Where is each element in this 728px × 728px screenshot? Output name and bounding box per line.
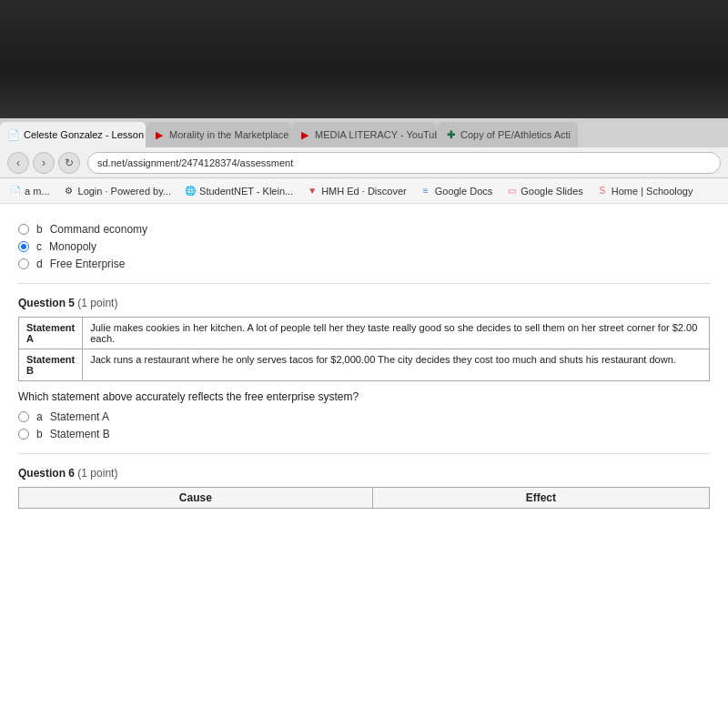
question-5-section: Question 5 (1 point) Statement A Julie m… [18,297,710,440]
answer-text-c: Monopoly [49,240,96,253]
bookmark-label-hmh: HMH Ed · Discover [321,186,407,197]
q5-answer-text-b: Statement B [50,428,110,440]
cause-header: Cause [19,488,373,509]
bookmark-gslides[interactable]: ▭ Google Slides [501,183,587,199]
tab-label-1: Celeste Gonzalez - Lesson 3 - 4: [24,129,146,140]
bookmark-icon-am: 📄 [9,185,22,197]
letter-b: b [36,223,43,236]
bookmark-am[interactable]: 📄 a m... [5,183,54,199]
bookmark-hmh[interactable]: ▼ HMH Ed · Discover [302,183,410,199]
divider-1 [18,283,710,284]
bookmark-icon-schoology: S [596,185,609,197]
question-5-title: Question 5 (1 point) [18,297,710,309]
refresh-button[interactable]: ↻ [58,152,80,174]
q5-answer-text-a: Statement A [50,410,109,423]
tab-icon-2: ▶ [153,128,166,141]
cause-effect-table: Cause Effect [18,487,710,509]
bookmark-icon-login: ⚙ [63,185,76,197]
bookmark-icon-gslides: ▭ [505,185,518,197]
q5-answer-a: a Statement A [18,410,710,423]
radio-b[interactable] [18,224,29,235]
question-6-section: Question 6 (1 point) Cause Effect [18,467,710,509]
letter-c: c [36,240,42,253]
tab-label-4: Copy of PE/Athletics Acti [460,129,571,140]
radio-c[interactable] [18,241,29,252]
q5-question-text: Which statement above accurately reflect… [18,390,710,403]
browser-window: 📄 Celeste Gonzalez - Lesson 3 - 4: ✕ ▶ M… [0,118,728,728]
bookmark-icon-studentnet: 🌐 [184,185,197,197]
bookmark-icon-gdocs: ≡ [420,185,432,197]
tab-4[interactable]: ✚ Copy of PE/Athletics Acti [437,122,578,147]
bookmark-icon-hmh: ▼ [306,185,318,197]
laptop-bezel [0,0,728,118]
divider-2 [18,453,710,454]
q5-radio-a[interactable] [18,411,29,422]
bookmark-login[interactable]: ⚙ Login · Powered by... [59,183,176,199]
address-bar-row: ‹ › ↻ sd.net/assignment/2474128374/asses… [0,147,728,178]
statement-a-text: Julie makes cookies in her kitchen. A lo… [83,318,710,349]
statement-b-label: Statement B [19,349,83,381]
tab-2[interactable]: ▶ Morality in the Marketplace - Et ✕ [146,122,291,147]
bookmark-gdocs[interactable]: ≡ Google Docs [416,183,497,199]
bookmark-label-gdocs: Google Docs [435,186,493,197]
answer-d: d Free Enterprise [18,258,710,270]
answer-text-b: Command economy [50,223,147,236]
tab-label-3: MEDIA LITERACY - YouTube [315,129,437,140]
answer-b: b Command economy [18,223,710,236]
answer-c: c Monopoly [18,240,710,253]
bookmark-label-studentnet: StudentNET - Klein... [199,186,293,197]
address-bar[interactable]: sd.net/assignment/2474128374/assessment [87,152,721,174]
bookmark-label-gslides: Google Slides [521,186,583,197]
effect-header: Effect [372,488,709,509]
q5-letter-b: b [36,428,43,440]
q5-answer-b: b Statement B [18,428,710,440]
statement-b-text: Jack runs a restaurant where he only ser… [83,349,710,381]
nav-buttons: ‹ › ↻ [7,152,80,174]
tab-icon-4: ✚ [444,128,457,141]
tab-label-2: Morality in the Marketplace - Et [169,129,291,140]
cause-effect-header: Cause Effect [19,488,710,509]
tab-icon-3: ▶ [298,128,311,141]
tab-active[interactable]: 📄 Celeste Gonzalez - Lesson 3 - 4: ✕ [0,122,146,147]
tab-bar: 📄 Celeste Gonzalez - Lesson 3 - 4: ✕ ▶ M… [0,118,728,147]
forward-button[interactable]: › [33,152,55,174]
previous-question-answers: b Command economy c Monopoly d Free Ente… [18,223,710,270]
tab-3[interactable]: ▶ MEDIA LITERACY - YouTube ✕ [291,122,437,147]
page-content: b Command economy c Monopoly d Free Ente… [0,204,728,728]
q5-radio-b[interactable] [18,429,29,440]
question-6-title: Question 6 (1 point) [18,467,710,480]
tab-icon-1: 📄 [7,128,20,141]
bookmark-label-login: Login · Powered by... [78,186,172,197]
bookmark-label-am: a m... [25,186,50,197]
back-button[interactable]: ‹ [7,152,29,174]
letter-d: d [36,258,43,270]
statement-b-row: Statement B Jack runs a restaurant where… [19,349,710,381]
bookmarks-bar: 📄 a m... ⚙ Login · Powered by... 🌐 Stude… [0,178,728,204]
bookmark-label-schoology: Home | Schoology [612,186,693,197]
statement-a-label: Statement A [19,318,83,349]
statement-a-row: Statement A Julie makes cookies in her k… [19,318,710,349]
bookmark-schoology[interactable]: S Home | Schoology [592,183,697,199]
answer-text-d: Free Enterprise [50,258,126,270]
bookmark-studentnet[interactable]: 🌐 StudentNET - Klein... [180,183,297,199]
radio-d[interactable] [18,258,29,269]
address-text: sd.net/assignment/2474128374/assessment [97,157,293,168]
statement-table: Statement A Julie makes cookies in her k… [18,317,710,381]
q5-letter-a: a [36,410,43,423]
